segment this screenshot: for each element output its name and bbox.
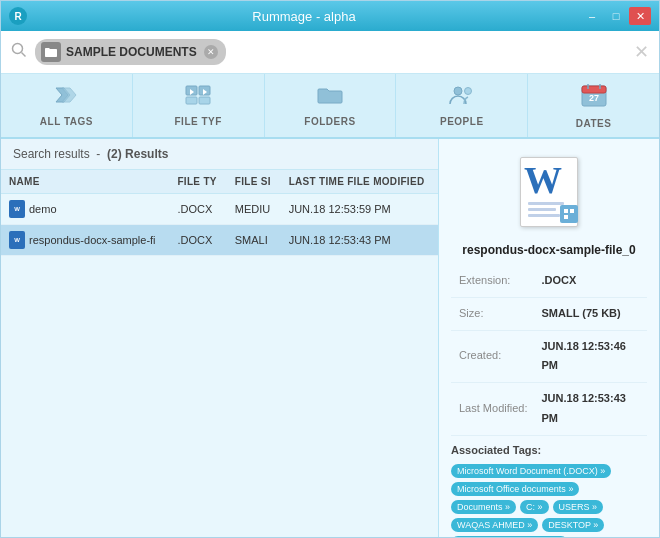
table-header-row: NAME FILE TY FILE SI LAST TIME FILE MODI…	[1, 170, 438, 194]
app-icon: R	[9, 7, 27, 25]
right-panel: W respondus-docx-sample	[439, 139, 659, 537]
svg-line-1	[22, 53, 26, 57]
main-content: Search results - (2) Results NAME FILE T…	[1, 139, 659, 537]
tab-folders-label: FOLDERS	[304, 116, 355, 127]
tab-people[interactable]: PEOPLE	[396, 74, 528, 137]
file-type-cell: .DOCX	[169, 225, 226, 256]
search-tag-label: SAMPLE DOCUMENTS	[66, 45, 197, 59]
left-panel: Search results - (2) Results NAME FILE T…	[1, 139, 439, 537]
dates-icon: 27	[580, 82, 608, 114]
svg-rect-16	[570, 209, 574, 213]
file-name: demo	[29, 203, 57, 215]
tag-badge[interactable]: DESKTOP »	[542, 518, 604, 532]
svg-point-0	[13, 44, 23, 54]
close-button[interactable]: ✕	[629, 7, 651, 25]
remove-tag-button[interactable]: ✕	[204, 45, 218, 59]
tag-badge[interactable]: WAQAS AHMED »	[451, 518, 538, 532]
col-file-size: FILE SI	[227, 170, 281, 194]
file-size-cell: MEDIU	[227, 194, 281, 225]
tab-file-type[interactable]: FILE TYF	[133, 74, 265, 137]
search-bar: SAMPLE DOCUMENTS ✕ ✕	[1, 31, 659, 74]
search-icon	[11, 42, 27, 62]
file-modified-cell: JUN.18 12:53:59 PM	[281, 194, 438, 225]
file-type-cell: .DOCX	[169, 194, 226, 225]
results-count: (2) Results	[107, 147, 168, 161]
detail-filename: respondus-docx-sample-file_0	[451, 243, 647, 257]
clear-search-button[interactable]: ✕	[634, 41, 649, 63]
docx-icon: W	[9, 231, 25, 249]
svg-rect-11	[582, 86, 606, 93]
svg-rect-17	[564, 215, 568, 219]
extension-label: Extension:	[451, 265, 533, 297]
file-name-cell: W demo	[9, 200, 161, 218]
modified-value: JUN.18 12:53:43 PM	[533, 383, 647, 436]
tab-folders[interactable]: FOLDERS	[265, 74, 397, 137]
tab-people-label: PEOPLE	[440, 116, 484, 127]
window-title: Rummage - alpha	[27, 9, 581, 24]
tab-all-tags-label: ALL TAGS	[40, 116, 93, 127]
tag-badge[interactable]: Microsoft Word Document (.DOCX) »	[451, 464, 611, 478]
col-name: NAME	[1, 170, 169, 194]
created-value: JUN.18 12:53:46 PM	[533, 330, 647, 383]
extension-value: .DOCX	[533, 265, 647, 297]
col-last-modified: LAST TIME FILE MODIFIED	[281, 170, 438, 194]
all-tags-icon	[52, 84, 80, 112]
size-value: SMALL (75 KB)	[533, 297, 647, 330]
tag-badge[interactable]: Documents »	[451, 500, 516, 514]
svg-point-9	[464, 88, 471, 95]
created-label: Created:	[451, 330, 533, 383]
col-file-type: FILE TY	[169, 170, 226, 194]
file-name-cell: W respondus-docx-sample-fi	[9, 231, 161, 249]
results-title: Search results	[13, 147, 90, 161]
tag-badge[interactable]: Microsoft Office documents »	[451, 482, 579, 496]
file-preview: W	[451, 151, 647, 231]
svg-point-8	[454, 87, 462, 95]
tab-file-type-label: FILE TYF	[175, 116, 222, 127]
minimize-button[interactable]: –	[581, 7, 603, 25]
svg-rect-5	[199, 97, 210, 104]
tag-badge[interactable]: C: »	[520, 500, 549, 514]
docx-icon: W	[9, 200, 25, 218]
table-row[interactable]: W respondus-docx-sample-fi .DOCX SMALI J…	[1, 225, 438, 256]
folder-tag-icon	[41, 42, 61, 62]
results-table: NAME FILE TY FILE SI LAST TIME FILE MODI…	[1, 170, 438, 537]
tags-list: Microsoft Word Document (.DOCX) » Micros…	[451, 464, 647, 537]
file-type-icon	[184, 84, 212, 112]
file-modified-cell: JUN.18 12:53:43 PM	[281, 225, 438, 256]
file-size-cell: SMALI	[227, 225, 281, 256]
modified-label: Last Modified:	[451, 383, 533, 436]
people-icon	[448, 84, 476, 112]
tab-all-tags[interactable]: ALL TAGS	[1, 74, 133, 137]
maximize-button[interactable]: □	[605, 7, 627, 25]
window-controls: – □ ✕	[581, 7, 651, 25]
file-details: Extension: .DOCX Size: SMALL (75 KB) Cre…	[451, 265, 647, 436]
tab-dates-label: DATES	[576, 118, 612, 129]
size-label: Size:	[451, 297, 533, 330]
table-row[interactable]: W demo .DOCX MEDIU JUN.18 12:53:59 PM	[1, 194, 438, 225]
file-name: respondus-docx-sample-fi	[29, 234, 156, 246]
svg-text:27: 27	[589, 93, 599, 103]
tab-dates[interactable]: 27 DATES	[528, 74, 659, 137]
search-tag[interactable]: SAMPLE DOCUMENTS ✕	[35, 39, 226, 65]
svg-rect-15	[564, 209, 568, 213]
folders-icon	[316, 84, 344, 112]
tag-badge[interactable]: USERS »	[553, 500, 604, 514]
nav-tabs: ALL TAGS FILE TYF FOLDERS	[1, 74, 659, 139]
svg-rect-4	[186, 97, 197, 104]
tag-badge[interactable]: SAMPLE DOCUMENTS »	[451, 536, 568, 537]
results-header: Search results - (2) Results	[1, 139, 438, 170]
title-bar: R Rummage - alpha – □ ✕	[1, 1, 659, 31]
associated-tags-label: Associated Tags:	[451, 444, 647, 456]
app-window: R Rummage - alpha – □ ✕ SAMPLE DOCUMENTS…	[0, 0, 660, 538]
